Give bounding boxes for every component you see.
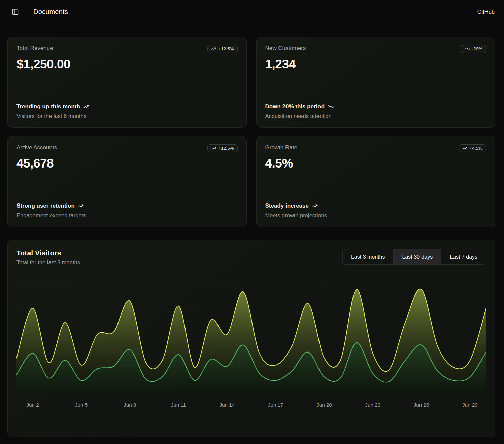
github-link[interactable]: GitHub xyxy=(477,9,495,15)
footer-title: Strong user retention xyxy=(16,202,75,209)
main-content: Total Revenue +12.5% $1,250.00 Trending … xyxy=(0,24,504,444)
trend-badge: +12.5% xyxy=(207,45,237,53)
x-axis-tick: Jun 14 xyxy=(219,402,235,408)
x-axis-tick: Jun 5 xyxy=(75,402,88,408)
card-value: 4.5% xyxy=(265,156,486,171)
footer-description: Visitors for the last 6 months xyxy=(16,113,238,119)
chart-subtitle: Total for the last 3 months xyxy=(16,259,80,266)
range-last-30-days[interactable]: Last 30 days xyxy=(393,249,441,265)
card-value: 45,678 xyxy=(16,156,238,171)
trending-down-icon xyxy=(465,46,470,51)
sidebar-toggle-button[interactable] xyxy=(9,6,21,17)
stat-card-total-revenue: Total Revenue +12.5% $1,250.00 Trending … xyxy=(7,37,247,128)
footer-description: Meets growth projections xyxy=(265,212,486,219)
badge-value: +4.5% xyxy=(469,146,482,151)
card-value: $1,250.00 xyxy=(16,57,238,71)
page-title: Documents xyxy=(33,8,68,16)
header-divider xyxy=(27,8,27,15)
x-axis-tick: Jun 11 xyxy=(171,402,186,408)
time-range-toggle: Last 3 months Last 30 days Last 7 days xyxy=(342,249,486,265)
card-label: Total Revenue xyxy=(16,45,53,52)
x-axis-tick: Jun 29 xyxy=(462,402,478,408)
footer-title: Down 20% this period xyxy=(265,103,325,110)
footer-title: Steady increase xyxy=(265,202,309,209)
chart-title: Total Visitors xyxy=(16,249,80,257)
footer-description: Acquisition needs attention xyxy=(265,113,486,119)
trending-up-icon xyxy=(211,146,216,151)
visitors-area-chart: Jun 2Jun 5Jun 8Jun 11Jun 14Jun 17Jun 20J… xyxy=(16,281,486,413)
trending-up-icon xyxy=(78,203,84,209)
footer-description: Engagement exceed targets xyxy=(16,212,238,219)
footer-title: Trending up this month xyxy=(16,103,80,110)
card-label: New Customers xyxy=(265,45,306,52)
badge-value: +12.5% xyxy=(218,46,234,51)
x-axis-tick: Jun 26 xyxy=(414,402,429,408)
range-last-3-months[interactable]: Last 3 months xyxy=(342,249,394,265)
panel-left-icon xyxy=(12,8,19,15)
range-last-7-days[interactable]: Last 7 days xyxy=(441,249,486,265)
badge-value: -20% xyxy=(472,46,482,51)
card-label: Growth Rate xyxy=(265,144,297,151)
x-axis-tick: Jun 8 xyxy=(124,402,136,408)
trending-down-icon xyxy=(328,104,334,110)
card-label: Active Accounts xyxy=(16,144,57,151)
x-axis-tick: Jun 17 xyxy=(268,402,283,408)
x-axis-tick: Jun 20 xyxy=(316,402,332,408)
stat-card-active-accounts: Active Accounts +12.5% 45,678 Strong use… xyxy=(7,136,247,227)
trending-up-icon xyxy=(462,146,467,151)
badge-value: +12.5% xyxy=(218,146,234,151)
trend-badge: -20% xyxy=(461,45,486,53)
trend-badge: +4.5% xyxy=(459,144,486,152)
trending-up-icon xyxy=(312,203,318,209)
trending-up-icon xyxy=(211,46,216,51)
stat-card-new-customers: New Customers -20% 1,234 Down 20% this p… xyxy=(256,37,496,128)
trend-badge: +12.5% xyxy=(207,144,237,152)
x-axis-tick: Jun 2 xyxy=(26,402,39,408)
x-axis-tick: Jun 23 xyxy=(365,402,380,408)
top-bar: Documents GitHub xyxy=(0,0,504,24)
stat-card-growth-rate: Growth Rate +4.5% 4.5% Steady increase M… xyxy=(256,136,496,227)
stats-grid: Total Revenue +12.5% $1,250.00 Trending … xyxy=(7,37,495,227)
total-visitors-card: Total Visitors Total for the last 3 mont… xyxy=(7,240,495,437)
trending-up-icon xyxy=(83,104,89,110)
card-value: 1,234 xyxy=(265,57,486,71)
